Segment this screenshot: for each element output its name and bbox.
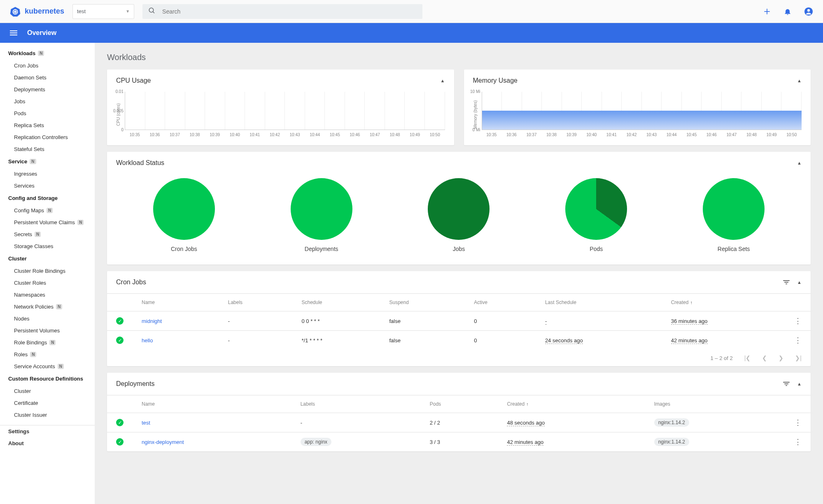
sidebar-footer-item[interactable]: Settings — [0, 425, 95, 437]
table-header[interactable]: Active — [465, 294, 536, 311]
sidebar-item[interactable]: Cluster Role Bindings — [0, 265, 95, 277]
sidebar-item[interactable]: Role BindingsN — [0, 337, 95, 348]
search-input[interactable] — [161, 8, 417, 15]
cell-created: 42 minutes ago — [507, 439, 543, 446]
resource-link[interactable]: hello — [142, 337, 153, 344]
cell-suspend: false — [380, 311, 465, 331]
row-menu-icon[interactable]: ⋮ — [785, 413, 811, 432]
table-header[interactable]: Created↑ — [498, 395, 645, 413]
sidebar-item[interactable]: Deployments — [0, 84, 95, 95]
collapse-icon[interactable]: ▲ — [797, 78, 802, 83]
sidebar-item[interactable]: RolesN — [0, 348, 95, 360]
pager-prev-icon[interactable]: ❮ — [762, 355, 767, 361]
cell-pods: 3 / 3 — [421, 432, 498, 452]
sidebar-footer-item[interactable]: About — [0, 437, 95, 449]
cell-last-schedule: 24 seconds ago — [545, 337, 583, 344]
sidebar-item[interactable]: Daemon Sets — [0, 72, 95, 84]
sidebar-item[interactable]: Service AccountsN — [0, 360, 95, 372]
sidebar-item[interactable]: Stateful Sets — [0, 143, 95, 155]
row-menu-icon[interactable]: ⋮ — [785, 311, 811, 331]
row-menu-icon[interactable]: ⋮ — [785, 432, 811, 452]
filter-icon[interactable] — [783, 280, 790, 284]
resource-link[interactable]: midnight — [142, 318, 162, 324]
sidebar-item[interactable]: Services — [0, 180, 95, 192]
table-header[interactable]: Images — [645, 395, 785, 413]
table-header[interactable]: Schedule — [292, 294, 380, 311]
collapse-icon[interactable]: ▲ — [797, 280, 802, 285]
sidebar-item[interactable]: Jobs — [0, 95, 95, 107]
table-header[interactable]: Suspend — [380, 294, 465, 311]
success-check-icon: ✓ — [116, 438, 124, 446]
pager-first-icon[interactable]: |❮ — [744, 355, 751, 361]
filter-icon[interactable] — [783, 382, 790, 386]
namespace-select[interactable]: test ▼ — [72, 4, 134, 19]
sidebar-item[interactable]: Cluster Roles — [0, 277, 95, 289]
resource-link[interactable]: test — [142, 420, 150, 426]
namespace-badge: N — [58, 364, 64, 369]
sidebar-item[interactable]: Replica Sets — [0, 119, 95, 131]
sidebar-item[interactable]: Cron Jobs — [0, 60, 95, 72]
cell-created: 48 seconds ago — [507, 420, 545, 426]
donut-icon — [565, 178, 627, 240]
donut-label: Cron Jobs — [171, 246, 197, 252]
top-bar: kubernetes test ▼ — [0, 0, 823, 23]
svg-point-13 — [807, 9, 810, 12]
cronjobs-title: Cron Jobs — [116, 279, 146, 286]
table-row: ✓ midnight - 0 0 * * * false 0 - 36 minu… — [107, 311, 811, 331]
pager-next-icon[interactable]: ❯ — [779, 355, 783, 361]
search-box[interactable] — [142, 4, 422, 19]
sidebar-item[interactable]: Certificate — [0, 397, 95, 409]
page-title: Workloads — [107, 53, 811, 62]
notifications-icon[interactable] — [783, 7, 792, 16]
cell-created: 42 minutes ago — [671, 337, 708, 344]
sidebar-item[interactable]: Config MapsN — [0, 204, 95, 216]
sidebar-item[interactable]: Cluster — [0, 385, 95, 397]
namespace-badge: N — [30, 159, 36, 164]
table-header[interactable]: Name — [133, 395, 291, 413]
sort-asc-icon: ↑ — [526, 402, 529, 406]
caret-down-icon: ▼ — [126, 9, 130, 14]
sidebar-item[interactable]: Storage Classes — [0, 240, 95, 252]
donut-icon — [428, 178, 490, 240]
brand[interactable]: kubernetes — [10, 6, 64, 17]
sidebar-section-title[interactable]: WorkloadsN — [0, 47, 95, 60]
success-check-icon: ✓ — [116, 337, 124, 344]
resource-link[interactable]: nginx-deployment — [142, 439, 184, 445]
status-donut: Jobs — [428, 178, 490, 252]
table-header[interactable]: Pods — [421, 395, 498, 413]
collapse-icon[interactable]: ▲ — [441, 78, 445, 83]
sidebar-item[interactable]: Replication Controllers — [0, 131, 95, 143]
deployments-title: Deployments — [116, 380, 154, 388]
table-header[interactable]: Labels — [219, 294, 293, 311]
menu-toggle-icon[interactable] — [10, 30, 17, 35]
label-chip: app: nginx — [301, 438, 331, 446]
sidebar-item[interactable]: Namespaces — [0, 289, 95, 301]
sidebar-section-title[interactable]: ServiceN — [0, 155, 95, 168]
sidebar-item[interactable]: Pods — [0, 107, 95, 119]
sidebar-item[interactable]: Persistent Volume ClaimsN — [0, 216, 95, 228]
sidebar-item[interactable]: Ingresses — [0, 168, 95, 180]
add-button[interactable] — [763, 7, 771, 16]
table-header[interactable]: Created↑ — [662, 294, 785, 311]
sidebar-item[interactable]: Cluster Issuer — [0, 409, 95, 421]
sidebar-section-title[interactable]: Cluster — [0, 252, 95, 265]
collapse-icon[interactable]: ▲ — [797, 381, 802, 386]
sidebar-item[interactable]: Network PoliciesN — [0, 301, 95, 313]
sidebar-section-title[interactable]: Config and Storage — [0, 192, 95, 204]
pager-last-icon[interactable]: ❯| — [795, 355, 802, 361]
table-header[interactable]: Last Schedule — [536, 294, 662, 311]
row-menu-icon[interactable]: ⋮ — [785, 331, 811, 350]
cronjobs-table: NameLabelsScheduleSuspendActiveLast Sche… — [107, 293, 811, 350]
sidebar-item[interactable]: Nodes — [0, 313, 95, 325]
collapse-icon[interactable]: ▲ — [797, 160, 802, 165]
sidebar-item[interactable]: SecretsN — [0, 228, 95, 240]
table-header[interactable]: Name — [133, 294, 219, 311]
kubernetes-logo-icon — [10, 6, 21, 17]
table-header[interactable]: Labels — [291, 395, 421, 413]
sidebar-section-title[interactable]: Custom Resource Definitions — [0, 372, 95, 385]
sort-asc-icon: ↑ — [690, 300, 692, 305]
sidebar-item[interactable]: Persistent Volumes — [0, 325, 95, 337]
account-icon[interactable] — [804, 7, 813, 16]
workload-status-title: Workload Status — [116, 159, 164, 167]
cell-schedule: 0 0 * * * — [292, 311, 380, 331]
